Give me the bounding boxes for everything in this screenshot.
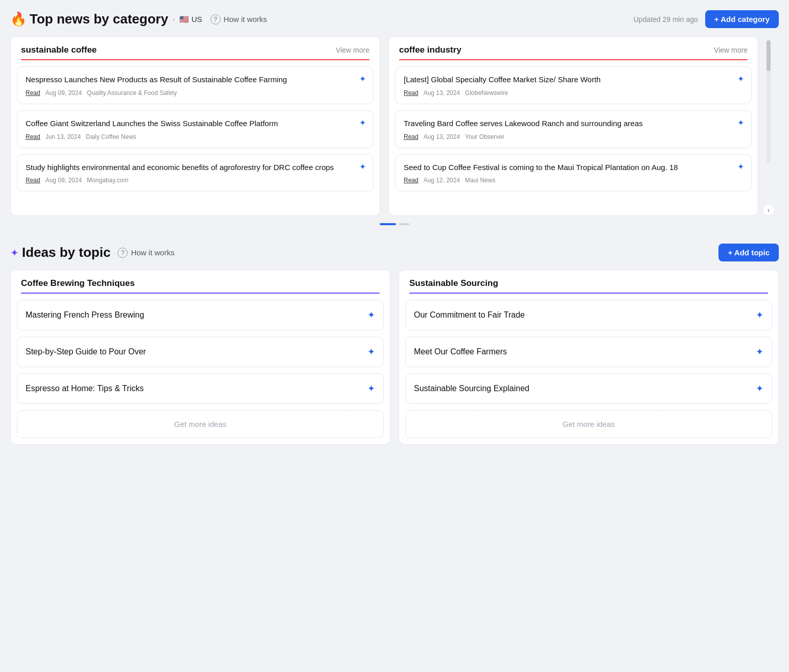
add-to-ideas-icon[interactable]: ✦: [359, 74, 366, 84]
news-source: Your Observer: [465, 133, 504, 140]
idea-title: Our Commitment to Fair Trade: [414, 310, 525, 320]
idea-item[interactable]: Espresso at Home: Tips & Tricks ✦: [17, 373, 384, 404]
add-to-ideas-icon[interactable]: ✦: [359, 118, 366, 128]
idea-item[interactable]: Step-by-Step Guide to Pour Over ✦: [17, 337, 384, 367]
idea-item[interactable]: Mastering French Press Brewing ✦: [17, 300, 384, 330]
how-it-works-button[interactable]: ? How it works: [211, 14, 267, 25]
news-date: Aug 09, 2024: [45, 89, 82, 97]
news-items-industry: [Latest] Global Specialty Coffee Market …: [389, 66, 758, 198]
ideas-column-title-sourcing: Sustainable Sourcing: [409, 278, 768, 289]
ideas-column-title-brewing: Coffee Brewing Techniques: [21, 278, 380, 289]
news-date: Aug 12, 2024: [424, 177, 460, 184]
news-title: Coffee Giant Switzerland Launches the Sw…: [26, 118, 365, 129]
get-more-ideas-brewing[interactable]: Get more ideas: [17, 410, 384, 438]
question-icon: ?: [211, 14, 221, 25]
news-item[interactable]: Coffee Giant Switzerland Launches the Sw…: [17, 110, 374, 148]
idea-title: Meet Our Coffee Farmers: [414, 347, 507, 356]
idea-item[interactable]: Our Commitment to Fair Trade ✦: [405, 300, 772, 330]
news-item[interactable]: Seed to Cup Coffee Festival is coming to…: [395, 154, 752, 192]
add-to-ideas-icon[interactable]: ✦: [737, 118, 744, 128]
ideas-header: ✦ Ideas by topic ? How it works + Add to…: [10, 244, 779, 261]
add-topic-button[interactable]: + Add topic: [718, 244, 779, 261]
top-news-section: 🔥 Top news by category · 🇺🇸 US ? How it …: [10, 10, 779, 225]
scroll-thumb: [767, 40, 771, 71]
add-idea-icon[interactable]: ✦: [756, 309, 763, 321]
idea-item[interactable]: Meet Our Coffee Farmers ✦: [405, 337, 772, 367]
updated-text: Updated 29 min ago: [634, 15, 698, 23]
read-link[interactable]: Read: [26, 89, 40, 97]
news-columns: sustainable coffee View more Nespresso L…: [10, 36, 758, 216]
add-idea-icon[interactable]: ✦: [756, 383, 763, 394]
horizontal-scroll-indicator: [10, 223, 779, 225]
idea-items-sourcing: Our Commitment to Fair Trade ✦ Meet Our …: [399, 300, 778, 404]
news-source: Daily Coffee News: [86, 133, 136, 140]
add-topic-label: + Add topic: [728, 248, 770, 257]
add-idea-icon[interactable]: ✦: [367, 346, 375, 357]
add-idea-icon[interactable]: ✦: [756, 346, 763, 357]
news-title: [Latest] Global Specialty Coffee Market …: [404, 74, 743, 85]
idea-title: Espresso at Home: Tips & Tricks: [26, 384, 144, 393]
news-meta: Read Aug 09, 2024 Quality Assurance & Fo…: [26, 89, 365, 97]
news-date: Jun 13, 2024: [45, 133, 81, 140]
news-column-sustainable-coffee: sustainable coffee View more Nespresso L…: [10, 36, 380, 216]
news-title: Nespresso Launches New Products as Resul…: [26, 74, 365, 85]
add-category-button[interactable]: + Add category: [705, 10, 779, 28]
add-idea-icon[interactable]: ✦: [367, 383, 375, 394]
purple-underline-sourcing: [409, 293, 768, 294]
news-title: Traveling Bard Coffee serves Lakewood Ra…: [404, 118, 743, 129]
add-to-ideas-icon[interactable]: ✦: [359, 162, 366, 172]
read-link[interactable]: Read: [26, 177, 40, 184]
ideas-how-it-works-button[interactable]: ? How it works: [118, 248, 174, 258]
view-more-sustainable[interactable]: View more: [336, 46, 369, 54]
news-meta: Read Aug 09, 2024 Mongabay.com: [26, 177, 365, 184]
column-title-sustainable: sustainable coffee: [21, 45, 97, 55]
get-more-ideas-sourcing[interactable]: Get more ideas: [405, 410, 772, 438]
news-column-coffee-industry: coffee industry View more [Latest] Globa…: [388, 36, 758, 216]
idea-items-brewing: Mastering French Press Brewing ✦ Step-by…: [11, 300, 390, 404]
red-underline-sustainable: [21, 59, 369, 60]
column-header-sustainable: sustainable coffee View more: [11, 37, 380, 55]
news-item[interactable]: Nespresso Launches New Products as Resul…: [17, 66, 374, 104]
read-link[interactable]: Read: [404, 89, 419, 97]
news-item[interactable]: [Latest] Global Specialty Coffee Market …: [395, 66, 752, 104]
page-title: Top news by category: [30, 11, 168, 27]
ideas-section: ✦ Ideas by topic ? How it works + Add to…: [10, 244, 779, 445]
add-to-ideas-icon[interactable]: ✦: [737, 162, 744, 172]
news-title: Study highlights environmental and econo…: [26, 162, 365, 173]
read-link[interactable]: Read: [404, 177, 419, 184]
ideas-column-header-sourcing: Sustainable Sourcing: [399, 270, 778, 289]
add-idea-icon[interactable]: ✦: [367, 309, 375, 321]
idea-item[interactable]: Sustainable Sourcing Explained ✦: [405, 373, 772, 404]
idea-title: Mastering French Press Brewing: [26, 310, 144, 320]
scroll-sidebar: ›: [758, 36, 779, 216]
ideas-grid: Coffee Brewing Techniques Mastering Fren…: [10, 270, 779, 445]
region-label: US: [192, 15, 202, 23]
news-item[interactable]: Traveling Bard Coffee serves Lakewood Ra…: [395, 110, 752, 148]
ideas-header-right: + Add topic: [718, 244, 779, 261]
view-more-industry[interactable]: View more: [714, 46, 748, 54]
ideas-column-brewing: Coffee Brewing Techniques Mastering Fren…: [10, 270, 390, 445]
purple-underline-brewing: [21, 293, 380, 294]
read-link[interactable]: Read: [404, 133, 419, 140]
scroll-dot-inactive: [399, 223, 409, 225]
header-right: Updated 29 min ago + Add category: [634, 10, 779, 28]
news-meta: Read Aug 13, 2024 GlobeNewswire: [404, 89, 743, 97]
red-underline-industry: [399, 59, 748, 60]
news-items-sustainable: Nespresso Launches New Products as Resul…: [11, 66, 380, 198]
how-it-works-label: How it works: [224, 15, 267, 23]
scroll-arrow-right[interactable]: ›: [762, 204, 775, 216]
news-date: Aug 13, 2024: [424, 133, 460, 140]
question-icon-ideas: ?: [118, 248, 128, 258]
add-to-ideas-icon[interactable]: ✦: [737, 74, 744, 84]
scroll-dot-active: [380, 223, 396, 225]
news-meta: Read Aug 12, 2024 Maui News: [404, 177, 743, 184]
news-source: Mongabay.com: [87, 177, 128, 184]
read-link[interactable]: Read: [26, 133, 40, 140]
column-header-industry: coffee industry View more: [389, 37, 758, 55]
scroll-track[interactable]: [767, 40, 771, 163]
news-item[interactable]: Study highlights environmental and econo…: [17, 154, 374, 192]
top-news-header: 🔥 Top news by category · 🇺🇸 US ? How it …: [10, 10, 779, 28]
news-grid-container: sustainable coffee View more Nespresso L…: [10, 36, 779, 216]
news-date: Aug 09, 2024: [45, 177, 82, 184]
ideas-how-it-works-label: How it works: [131, 248, 174, 257]
